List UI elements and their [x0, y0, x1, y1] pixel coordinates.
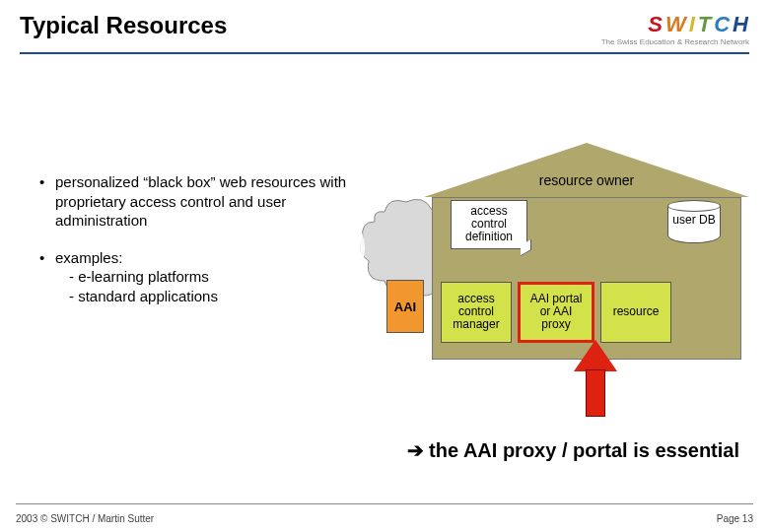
- logo-letter: S: [648, 12, 664, 37]
- roof-label: resource owner: [424, 172, 749, 188]
- arrow-icon: ➔: [407, 439, 424, 461]
- bullet-list: personalized “black box” web resources w…: [30, 163, 365, 333]
- component-row: access control manager AAI portal or AAI…: [441, 282, 671, 343]
- logo-letter: T: [698, 12, 712, 37]
- logo-letter: H: [733, 12, 749, 37]
- slide-title: Typical Resources: [20, 12, 227, 39]
- bullet-sub: - e-learning platforms: [69, 267, 355, 287]
- slide-content: personalized “black box” web resources w…: [0, 54, 769, 448]
- resource-box: resource: [600, 282, 671, 343]
- footer: 2003 © SWITCH / Martin Sutter Page 13: [16, 513, 753, 524]
- logo-letter: I: [689, 12, 696, 37]
- house-body: access control definition user DB access…: [432, 197, 741, 360]
- bullet-head: examples:: [55, 249, 122, 266]
- bullet-sub: - standard applications: [69, 287, 355, 306]
- user-db-label: user DB: [667, 214, 721, 227]
- user-db-cylinder: user DB: [667, 200, 721, 247]
- house-roof: [424, 143, 749, 197]
- access-control-manager-box: access control manager: [441, 282, 512, 343]
- footer-copyright: 2003 © SWITCH / Martin Sutter: [16, 513, 154, 524]
- aai-portal-proxy-box: AAI portal or AAI proxy: [518, 282, 594, 343]
- bullet-item: examples: - e-learning platforms - stand…: [39, 248, 355, 306]
- switch-logo: S W I T C H The Swiss Education & Resear…: [601, 12, 749, 46]
- conclusion-line: ➔ the AAI proxy / portal is essential: [0, 438, 769, 462]
- conclusion-text: the AAI proxy / portal is essential: [424, 439, 739, 461]
- logo-letter: C: [714, 12, 731, 37]
- logo-subtitle: The Swiss Education & Research Network: [601, 37, 749, 46]
- access-control-definition-note: access control definition: [451, 200, 527, 249]
- logo-letter: W: [665, 12, 687, 37]
- aai-box: AAI: [386, 280, 424, 333]
- footer-page: Page 13: [717, 513, 753, 524]
- footer-divider: [16, 503, 753, 504]
- bullet-item: personalized “black box” web resources w…: [39, 172, 355, 231]
- emphasis-arrow-icon: [574, 340, 617, 417]
